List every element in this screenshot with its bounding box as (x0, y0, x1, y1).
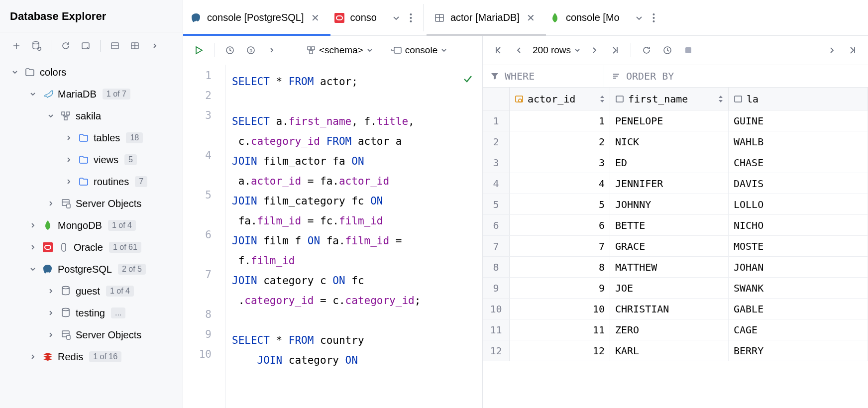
table-row[interactable]: 55JOHNNYLOLLO (483, 194, 868, 215)
chevron-right-icon[interactable] (28, 242, 38, 252)
table-row[interactable]: 99JOESWANK (483, 278, 868, 299)
cell-actor-id[interactable]: 9 (510, 278, 610, 298)
cell-first-name[interactable]: BETTE (610, 215, 729, 235)
last-result-button[interactable] (845, 43, 860, 58)
tree-node-server-objects[interactable]: Server Objects (4, 193, 179, 214)
cell-actor-id[interactable]: 10 (510, 299, 610, 319)
datasource-properties-button[interactable] (29, 38, 44, 53)
close-icon[interactable]: ✕ (311, 12, 320, 24)
first-page-button[interactable] (491, 43, 506, 58)
tab-overflow-chevron[interactable] (392, 13, 401, 22)
tab-console-mo[interactable]: console [Mo (542, 0, 627, 35)
cell-last-name[interactable]: LOLLO (729, 194, 868, 214)
reload-button[interactable] (639, 43, 654, 58)
cell-actor-id[interactable]: 1 (510, 110, 610, 131)
cell-last-name[interactable]: SWANK (729, 278, 868, 298)
cell-first-name[interactable]: GRACE (610, 236, 729, 256)
run-button[interactable] (191, 43, 206, 58)
chevron-right-icon[interactable] (64, 155, 74, 165)
cell-actor-id[interactable]: 2 (510, 131, 610, 152)
tree-node-routines[interactable]: routines7 (4, 171, 179, 193)
close-icon[interactable]: ✕ (527, 12, 535, 24)
tab-actor-mariadb-[interactable]: actor [MariaDB]✕ (427, 0, 542, 35)
tree-node-mariadb[interactable]: MariaDB1 of 7 (4, 83, 179, 105)
table-row[interactable]: 1212KARLBERRY (483, 340, 868, 361)
tab-console-postgresql-[interactable]: console [PostgreSQL]✕ (183, 0, 326, 35)
cell-first-name[interactable]: NICK (610, 131, 729, 152)
cell-first-name[interactable]: MATTHEW (610, 257, 729, 277)
table-row[interactable]: 88MATTHEWJOHAN (483, 257, 868, 278)
tree-node-oracle[interactable]: Oracle1 of 61 (4, 236, 179, 258)
prev-page-button[interactable] (512, 43, 527, 58)
chevron-right-icon[interactable] (46, 199, 56, 208)
cell-actor-id[interactable]: 7 (510, 236, 610, 256)
sql-code[interactable]: SELECT * FROM actor; SELECT a.first_name… (226, 65, 482, 408)
schema-selector[interactable]: <schema> (306, 45, 373, 56)
tree-node-guest[interactable]: guest1 of 4 (4, 280, 179, 302)
cell-last-name[interactable]: NICHO (729, 215, 868, 235)
diagram-button[interactable] (108, 38, 122, 53)
tab-overflow-more[interactable] (652, 13, 655, 23)
cell-last-name[interactable]: GUINE (729, 110, 868, 131)
chevron-down-icon[interactable] (28, 89, 38, 99)
cell-first-name[interactable]: JOE (610, 278, 729, 298)
cell-first-name[interactable]: PENELOPE (610, 110, 729, 131)
tree-node-postgresql[interactable]: PostgreSQL2 of 5 (4, 258, 179, 280)
chevron-right-icon[interactable] (46, 308, 56, 318)
page-size-selector[interactable]: 200 rows (533, 45, 581, 56)
cell-first-name[interactable]: JOHNNY (610, 194, 729, 214)
cell-last-name[interactable]: DAVIS (729, 173, 868, 194)
table-row[interactable]: 22NICKWAHLB (483, 131, 868, 152)
tab-conso[interactable]: conso (326, 0, 384, 35)
chevron-right-icon[interactable] (64, 133, 74, 143)
cell-last-name[interactable]: CAGE (729, 319, 868, 340)
pending-button[interactable] (660, 43, 675, 58)
tree-node-views[interactable]: views5 (4, 149, 179, 171)
add-datasource-button[interactable] (9, 38, 24, 53)
cell-actor-id[interactable]: 12 (510, 340, 610, 361)
cell-first-name[interactable]: JENNIFER (610, 173, 729, 194)
table-view-button[interactable] (127, 38, 142, 53)
tab-overflow-more[interactable] (410, 13, 412, 23)
refresh-button[interactable] (58, 38, 73, 53)
chevron-right-icon[interactable] (46, 286, 56, 296)
tree-node-mongodb[interactable]: MongoDB1 of 4 (4, 214, 179, 236)
last-page-button[interactable] (608, 43, 623, 58)
cell-last-name[interactable]: BERRY (729, 340, 868, 361)
chevron-right-icon[interactable] (46, 330, 56, 340)
tree-node-tables[interactable]: tables18 (4, 127, 179, 149)
cell-actor-id[interactable]: 4 (510, 173, 610, 194)
cell-actor-id[interactable]: 3 (510, 152, 610, 173)
tab-overflow-chevron[interactable] (635, 13, 644, 22)
cell-first-name[interactable]: ZERO (610, 319, 729, 340)
cell-last-name[interactable]: CHASE (729, 152, 868, 173)
table-row[interactable]: 1111ZEROCAGE (483, 319, 868, 340)
stop-button[interactable] (681, 43, 696, 58)
table-row[interactable]: 1010CHRISTIANGABLE (483, 299, 868, 319)
tree-node-testing[interactable]: testing... (4, 302, 179, 324)
chevron-down-icon[interactable] (10, 67, 20, 77)
chevron-down-icon[interactable] (46, 111, 56, 121)
tree-node-colors[interactable]: colors (4, 61, 179, 83)
orderby-filter[interactable]: ORDER BY (604, 65, 681, 87)
chevron-right-icon[interactable] (64, 177, 74, 187)
chevron-right-icon[interactable] (28, 352, 38, 362)
target-selector[interactable]: console (391, 45, 448, 56)
tree-node-redis[interactable]: Redis1 of 16 (4, 346, 179, 368)
grid-body[interactable]: 11PENELOPEGUINE22NICKWAHLB33EDCHASE44JEN… (483, 110, 868, 361)
column-header-actor-id[interactable]: actor_id (510, 88, 610, 110)
jump-to-console-button[interactable] (78, 38, 93, 53)
table-row[interactable]: 77GRACEMOSTE (483, 236, 868, 257)
cell-actor-id[interactable]: 8 (510, 257, 610, 277)
expand-button[interactable] (264, 43, 279, 58)
more-button[interactable] (147, 38, 162, 53)
cell-first-name[interactable]: KARL (610, 340, 729, 361)
cell-actor-id[interactable]: 11 (510, 319, 610, 340)
tx-settings-button[interactable]: p (243, 43, 258, 58)
cell-last-name[interactable]: WAHLB (729, 131, 868, 152)
chevron-down-icon[interactable] (28, 264, 38, 274)
cell-actor-id[interactable]: 6 (510, 215, 610, 235)
cell-last-name[interactable]: JOHAN (729, 257, 868, 277)
where-filter[interactable]: WHERE (483, 65, 604, 87)
history-button[interactable] (222, 43, 237, 58)
